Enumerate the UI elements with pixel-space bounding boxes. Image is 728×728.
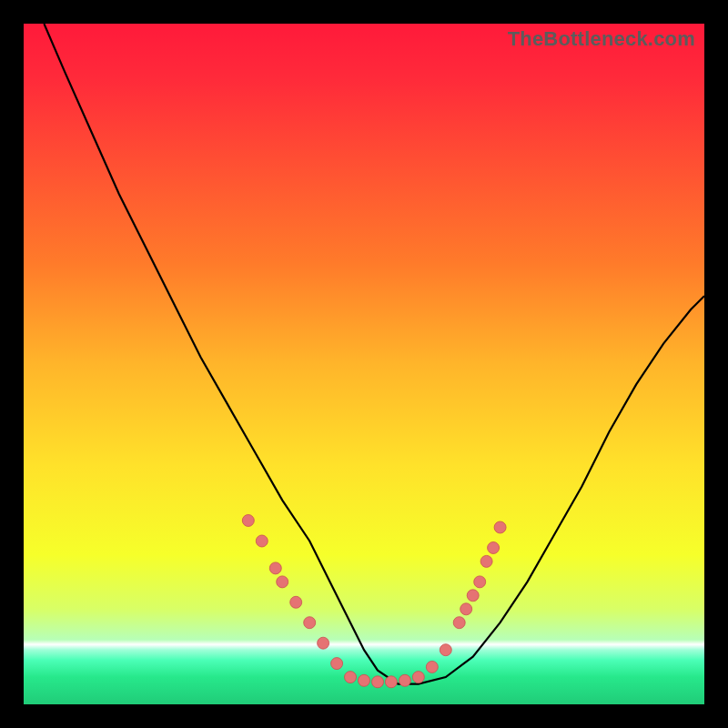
marker-dot: [345, 672, 357, 683]
marker-dot: [277, 576, 288, 588]
marker-dot: [480, 555, 492, 567]
marker-dot: [474, 576, 486, 588]
marker-dot: [494, 521, 506, 533]
marker-dot: [426, 661, 438, 672]
marker-dot: [290, 596, 302, 608]
marker-dot: [242, 515, 254, 527]
plot-area: [24, 24, 704, 704]
marker-dot: [453, 617, 465, 629]
marker-dot: [399, 674, 410, 686]
marker-dot: [372, 676, 384, 688]
marker-dot: [318, 637, 329, 649]
marker-dot: [440, 644, 451, 656]
marker-dot: [331, 658, 343, 670]
watermark-text: TheBottleneck.com: [508, 27, 695, 51]
marker-dot: [467, 590, 479, 602]
marker-dot: [269, 562, 281, 574]
chart-frame: TheBottleneck.com: [24, 24, 704, 704]
marker-dot: [359, 674, 370, 686]
marker-dot: [488, 542, 500, 554]
marker-dot: [412, 672, 424, 683]
marker-dot: [385, 676, 397, 688]
curve-markers: [24, 24, 704, 704]
marker-dot: [304, 617, 316, 629]
marker-dot: [256, 535, 268, 547]
marker-dot: [460, 603, 472, 615]
